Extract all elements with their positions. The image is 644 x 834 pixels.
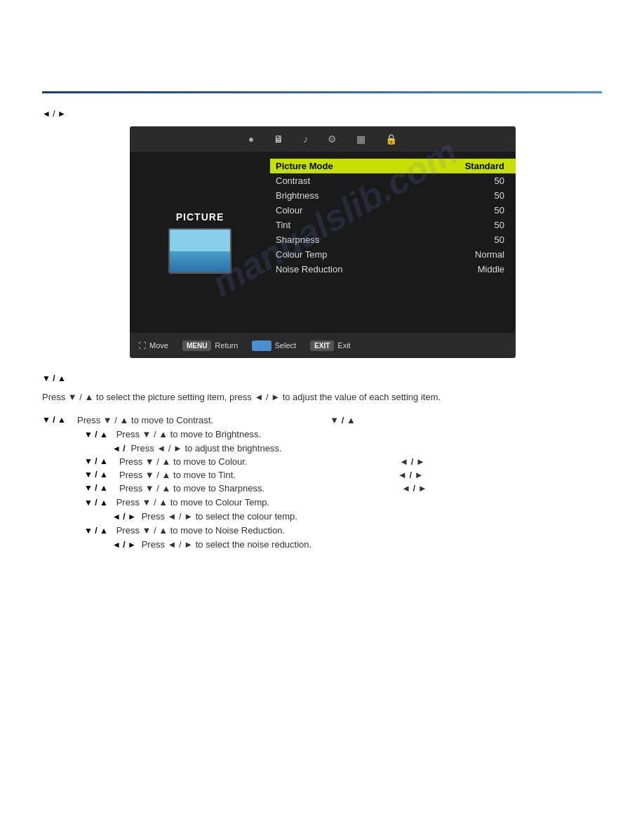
menu-value-sharpness: 50 — [468, 234, 510, 245]
section-colour-temp-adjust: ◄ / ► Press ◄ / ► to select the colour t… — [112, 510, 602, 522]
picture-thumbnail-inner — [170, 230, 230, 272]
menu-label-tint: Tint — [276, 220, 468, 230]
tv-icon-settings: ⚙ — [328, 133, 337, 145]
bottom-select: Select — [252, 340, 296, 351]
menu-value-noise-reduction: Middle — [468, 264, 510, 274]
nav-arrow-contrast: ▼ / ▲ — [42, 415, 77, 425]
menu-value-picture-mode: Standard — [465, 161, 510, 171]
nav-arrow-brightness: ◄ / — [112, 444, 126, 454]
nav-arrow-noise: ▼ / ▲ — [84, 526, 108, 536]
colour-text: Press ▼ / ▲ to move to Colour. ◄ / ► — [119, 456, 425, 467]
colour-temp-adjust-text: Press ◄ / ► to select the colour temp. — [142, 511, 297, 522]
picture-thumbnail — [168, 228, 232, 274]
return-label: Return — [215, 341, 238, 350]
section-noise-adjust: ◄ / ► Press ◄ / ► to select the noise re… — [112, 538, 602, 550]
menu-label-colour-temp: Colour Temp — [276, 249, 468, 260]
menu-item-colour: Colour 50 — [270, 203, 516, 218]
menu-item-colour-temp: Colour Temp Normal — [270, 247, 516, 262]
colour-temp-text: Press ▼ / ▲ to move to Colour Temp. — [116, 497, 269, 508]
nav-arrow-sharpness: ▼ / ▲ — [84, 483, 119, 493]
sharpness-text: Press ▼ / ▲ to move to Sharpness. ◄ / ► — [119, 483, 427, 494]
menu-value-contrast: 50 — [468, 176, 510, 186]
nav-arrow-1: ▼ / ▲ — [42, 373, 66, 383]
section-contrast: ▼ / ▲ Press ▼ / ▲ to move to Contrast. ▼… — [42, 415, 602, 425]
exit-label: Exit — [337, 341, 350, 350]
tv-icon-lock: 🔒 — [385, 133, 397, 145]
noise-text: Press ▼ / ▲ to move to Noise Reduction. — [116, 525, 285, 536]
tv-bottom-bar: ⛶ Move MENU Return Select EXIT Exit — [130, 333, 516, 358]
menu-value-brightness: 50 — [468, 190, 510, 201]
tv-icon-grid: ▦ — [356, 133, 365, 145]
section-sub-1: ▼ / ▲ Press ▼ / ▲ to move to Brightness. — [84, 428, 602, 439]
body-text-area: ▼ / ▲ Press ▼ / ▲ to select the picture … — [42, 372, 602, 552]
section-noise-nav: ▼ / ▲ Press ▼ / ▲ to move to Noise Reduc… — [84, 524, 602, 536]
bottom-exit: EXIT Exit — [310, 340, 351, 351]
section-tint: ▼ / ▲ Press ▼ / ▲ to move to Tint. ◄ / ► — [84, 470, 602, 480]
exit-button: EXIT — [310, 340, 334, 351]
menu-value-colour: 50 — [468, 205, 510, 216]
menu-label-colour: Colour — [276, 205, 468, 216]
brightness-text: Press ◄ / ► to adjust the brightness. — [130, 443, 281, 454]
menu-label-brightness: Brightness — [276, 190, 468, 201]
menu-value-tint: 50 — [468, 220, 510, 230]
nav-arrow-colour: ▼ / ▲ — [84, 456, 119, 466]
nav-arrow-colour-temp: ▼ / ▲ — [84, 498, 108, 508]
bottom-move: ⛶ Move — [138, 341, 168, 350]
sub-1-text: Press ▼ / ▲ to move to Brightness. — [116, 429, 261, 439]
menu-label-sharpness: Sharpness — [276, 234, 468, 245]
menu-label-noise-reduction: Noise Reduction — [276, 264, 468, 274]
bottom-return: MENU Return — [182, 340, 238, 351]
menu-item-brightness: Brightness 50 — [270, 188, 516, 203]
tv-top-bar: ● 🖥 ♪ ⚙ ▦ 🔒 — [130, 126, 516, 152]
section-sharpness: ▼ / ▲ Press ▼ / ▲ to move to Sharpness. … — [84, 483, 602, 494]
menu-item-sharpness: Sharpness 50 — [270, 232, 516, 247]
move-label: Move — [149, 341, 168, 350]
move-arrows-icon: ⛶ — [138, 341, 146, 350]
tv-icon-monitor: 🖥 — [274, 133, 283, 145]
menu-value-colour-temp: Normal — [468, 249, 510, 260]
tv-menu-panel: Picture Mode Standard Contrast 50 Bright… — [270, 159, 516, 326]
tv-content-area: PICTURE Picture Mode Standard Contrast 5… — [130, 152, 516, 333]
nav-arrow-label: ◄ / ► — [42, 109, 66, 119]
noise-adjust-text: Press ◄ / ► to select the noise reductio… — [142, 539, 312, 550]
section-colour: ▼ / ▲ Press ▼ / ▲ to move to Colour. ◄ /… — [84, 456, 602, 467]
menu-item-tint: Tint 50 — [270, 218, 516, 232]
section-desc-1: Press ▼ / ▲ to select the picture settin… — [42, 390, 602, 405]
section-sub-brightness: ◄ / Press ◄ / ► to adjust the brightness… — [112, 442, 602, 454]
menu-item-noise-reduction: Noise Reduction Middle — [270, 262, 516, 277]
nav-arrow-sub-1: ▼ / ▲ — [84, 430, 108, 439]
top-divider — [42, 91, 602, 93]
left-arrow-indicator: ◄ / ► — [42, 109, 66, 119]
section-nav-1: ▼ / ▲ — [42, 372, 602, 383]
tv-screen-ui: ● 🖥 ♪ ⚙ ▦ 🔒 PICTURE Picture Mode Standar… — [130, 126, 516, 358]
tv-left-panel: PICTURE — [130, 159, 270, 326]
nav-arrow-noise-adjust: ◄ / ► — [112, 540, 136, 550]
menu-item-picture-mode: Picture Mode Standard — [270, 159, 516, 173]
menu-label-contrast: Contrast — [276, 176, 468, 186]
contrast-text: Press ▼ / ▲ to move to Contrast. ▼ / ▲ — [77, 415, 602, 425]
menu-label-picture-mode: Picture Mode — [276, 161, 465, 171]
section-colour-temp-nav: ▼ / ▲ Press ▼ / ▲ to move to Colour Temp… — [84, 496, 602, 508]
menu-item-contrast: Contrast 50 — [270, 173, 516, 188]
tv-icon-dot: ● — [248, 133, 254, 145]
tv-icon-music: ♪ — [303, 133, 308, 145]
select-button — [252, 340, 271, 351]
nav-arrow-tint: ▼ / ▲ — [84, 470, 119, 479]
tint-text: Press ▼ / ▲ to move to Tint. ◄ / ► — [119, 470, 424, 480]
select-label: Select — [275, 341, 297, 350]
nav-arrow-colour-temp-adjust: ◄ / ► — [112, 512, 136, 522]
picture-label: PICTURE — [176, 211, 224, 223]
menu-button: MENU — [182, 340, 211, 351]
